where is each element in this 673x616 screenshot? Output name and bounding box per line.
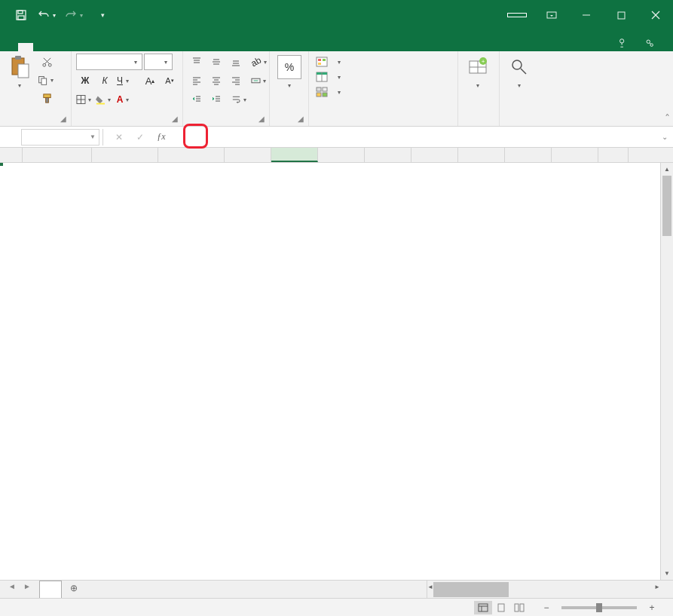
font-name-combo[interactable]: ▾ (76, 54, 142, 70)
col-header[interactable] (411, 148, 458, 162)
svg-rect-54 (323, 59, 326, 61)
tab-help[interactable] (124, 43, 139, 51)
bold-icon[interactable]: Ж (76, 72, 94, 89)
col-header[interactable] (271, 148, 318, 162)
col-header[interactable] (225, 148, 271, 162)
orientation-icon[interactable]: ab▾ (251, 54, 269, 70)
col-header[interactable] (158, 148, 225, 162)
scroll-right-icon[interactable]: ► (654, 581, 660, 593)
scroll-thumb[interactable] (433, 582, 509, 597)
view-normal-icon[interactable] (474, 601, 492, 614)
formula-input[interactable] (172, 129, 656, 146)
col-header[interactable] (365, 148, 411, 162)
login-button[interactable] (507, 13, 527, 17)
conditional-format-button[interactable]: ▾ (314, 55, 345, 69)
wrap-text-icon[interactable]: ▾ (231, 91, 249, 108)
align-bottom-icon[interactable] (227, 54, 245, 70)
cells-button[interactable]: + ▾ (463, 54, 493, 90)
copy-icon[interactable]: ▾ (38, 72, 56, 88)
accept-formula-icon[interactable]: ✓ (130, 129, 151, 146)
tellme[interactable] (613, 35, 635, 51)
svg-rect-52 (317, 57, 327, 66)
grid-body[interactable]: ▲ ▼ (0, 163, 673, 580)
number-format-button[interactable]: % ▾ (274, 54, 304, 90)
tab-review[interactable] (93, 43, 109, 51)
tab-pagelayout[interactable] (48, 43, 63, 51)
col-header[interactable] (598, 148, 629, 162)
align-middle-icon[interactable] (207, 54, 225, 70)
paste-button[interactable]: ▾ (5, 54, 35, 90)
col-header[interactable] (505, 148, 552, 162)
col-header[interactable] (318, 148, 365, 162)
scroll-left-icon[interactable]: ◄ (427, 581, 433, 593)
select-all[interactable] (0, 148, 23, 162)
fill-color-icon[interactable]: ▾ (96, 91, 114, 108)
minimize-icon[interactable] (569, 0, 604, 30)
font-size-combo[interactable]: ▾ (144, 54, 173, 70)
close-icon[interactable] (638, 0, 673, 30)
scroll-down-icon[interactable]: ▼ (661, 567, 673, 580)
save-icon[interactable] (11, 5, 32, 26)
cancel-formula-icon[interactable]: ✕ (109, 129, 130, 146)
tab-file[interactable] (3, 43, 18, 51)
add-sheet-icon[interactable]: ⊕ (66, 581, 81, 596)
name-box[interactable]: ▼ (21, 129, 99, 146)
sheet-tab[interactable] (39, 581, 62, 599)
insert-function-icon[interactable]: ƒx (151, 129, 172, 146)
svg-rect-1 (18, 11, 23, 14)
editing-button[interactable]: ▾ (504, 54, 534, 90)
underline-icon[interactable]: Ч▾ (115, 72, 133, 89)
svg-rect-18 (43, 93, 50, 97)
number-launcher[interactable]: ◢ (295, 113, 306, 124)
redo-icon[interactable]: ▾ (65, 5, 86, 26)
font-color-icon[interactable]: А▾ (115, 91, 133, 108)
tab-insert[interactable] (33, 43, 48, 51)
col-header[interactable] (23, 148, 92, 162)
cell-styles-button[interactable]: ▾ (314, 85, 345, 99)
share-button[interactable] (640, 35, 662, 51)
shrink-font-icon[interactable]: A▾ (161, 72, 179, 89)
col-header[interactable] (458, 148, 505, 162)
tab-formulas[interactable] (63, 43, 78, 51)
font-launcher[interactable]: ◢ (170, 113, 180, 124)
col-header[interactable] (552, 148, 598, 162)
align-center-icon[interactable] (207, 72, 225, 89)
align-top-icon[interactable] (188, 54, 206, 70)
borders-icon[interactable]: ▾ (76, 91, 94, 108)
zoom-in-icon[interactable]: + (643, 601, 661, 614)
clipboard-launcher[interactable]: ◢ (58, 113, 69, 124)
horizontal-scrollbar[interactable]: ◄ ► (427, 581, 660, 599)
dec-indent-icon[interactable] (188, 91, 206, 108)
view-pagebreak-icon[interactable] (510, 601, 528, 614)
tab-home[interactable] (18, 43, 33, 51)
tab-view[interactable] (109, 43, 124, 51)
tab-data[interactable] (78, 43, 93, 51)
collapse-ribbon-icon[interactable]: ˄ (665, 112, 670, 124)
maximize-icon[interactable] (604, 0, 638, 30)
sheet-nav-prev-icon[interactable]: ◄ (6, 581, 18, 593)
merge-icon[interactable]: ▾ (251, 72, 269, 89)
align-left-icon[interactable] (188, 72, 206, 89)
ribbon-options-icon[interactable] (534, 0, 569, 30)
align-right-icon[interactable] (227, 72, 245, 89)
italic-icon[interactable]: К (96, 72, 114, 89)
scroll-up-icon[interactable]: ▲ (661, 163, 673, 176)
grow-font-icon[interactable]: A▴ (141, 72, 159, 89)
inc-indent-icon[interactable] (207, 91, 225, 108)
undo-icon[interactable]: ▾ (38, 5, 59, 26)
zoom-slider[interactable] (561, 606, 637, 609)
align-launcher[interactable]: ◢ (256, 113, 267, 124)
view-layout-icon[interactable] (492, 601, 510, 614)
col-header[interactable] (92, 148, 158, 162)
expand-formula-icon[interactable]: ⌄ (656, 133, 673, 141)
cut-icon[interactable] (38, 54, 56, 70)
qat-customize-icon[interactable]: ▾ (92, 5, 113, 26)
format-table-button[interactable]: ▾ (314, 70, 345, 84)
svg-rect-61 (317, 93, 321, 97)
scroll-thumb[interactable] (662, 176, 671, 236)
sheet-nav-next-icon[interactable]: ► (21, 581, 33, 593)
format-painter-icon[interactable] (38, 90, 56, 106)
zoom-out-icon[interactable]: − (537, 601, 555, 614)
vertical-scrollbar[interactable]: ▲ ▼ (660, 163, 673, 580)
titlebar: ▾ ▾ ▾ (0, 0, 673, 30)
